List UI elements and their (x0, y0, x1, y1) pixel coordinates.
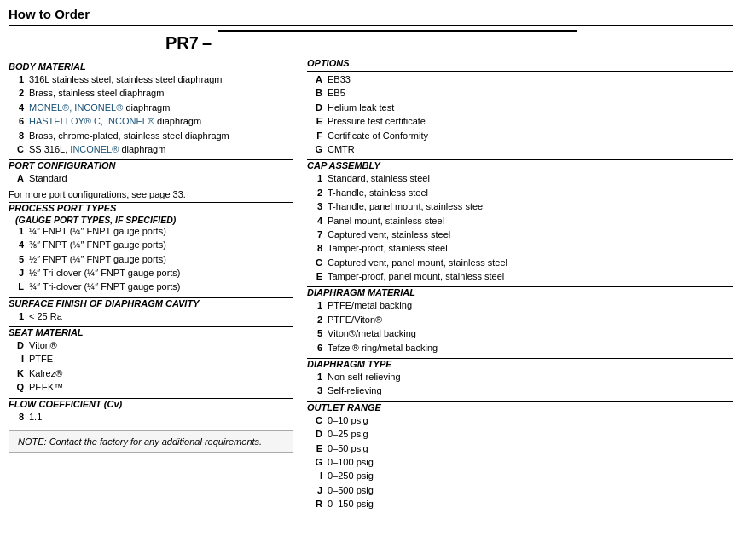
section-diaphragm-type: DIAPHRAGM TYPE 1Non-self-relieving 3Self… (307, 358, 733, 398)
port-configuration-label: PORT CONFIGURATION (9, 159, 293, 170)
section-surface-finish: SURFACE FINISH OF DIAPHRAGM CAVITY 1< 25… (9, 297, 293, 323)
options-list: AEB33 BEB5 DHelium leak test EPressure t… (307, 73, 733, 156)
section-seat-material: SEAT MATERIAL DViton® IPTFE KKalrez® QPE… (9, 326, 293, 395)
outlet-range-list: C0–10 psig D0–25 psig E0–50 psig G0–100 … (307, 414, 733, 511)
process-port-list: 1¼″ FNPT (¼″ FNPT gauge ports) 4⅜″ FNPT … (9, 225, 293, 294)
list-item: 81.1 (9, 411, 293, 424)
list-item: 1316L stainless steel, stainless steel d… (9, 73, 293, 86)
list-item: 8Tamper-proof, stainless steel (307, 242, 733, 255)
list-item: QPEEK™ (9, 381, 293, 394)
list-item: 1PTFE/metal backing (307, 299, 733, 312)
cap-assembly-label: CAP ASSEMBLY (307, 159, 733, 170)
section-port-configuration: PORT CONFIGURATION AStandard For more po… (9, 159, 293, 199)
seat-material-list: DViton® IPTFE KKalrez® QPEEK™ (9, 339, 293, 395)
list-item: 4MONEL®, INCONEL® diaphragm (9, 101, 293, 114)
list-item: 3Self-relieving (307, 384, 733, 397)
list-item: I0–250 psig (307, 470, 733, 482)
left-column: BODY MATERIAL 1316L stainless steel, sta… (9, 58, 299, 515)
list-item: 4Panel mount, stainless steel (307, 215, 733, 228)
surface-finish-label: SURFACE FINISH OF DIAPHRAGM CAVITY (9, 297, 293, 309)
list-item: 6HASTELLOY® C, INCONEL® diaphragm (9, 115, 293, 128)
diaphragm-type-list: 1Non-self-relieving 3Self-relieving (307, 371, 733, 398)
diaphragm-type-label: DIAPHRAGM TYPE (307, 358, 733, 369)
list-item: 8Brass, chrome-plated, stainless steel d… (9, 130, 293, 142)
list-item: D0–25 psig (307, 428, 733, 441)
list-item: DHelium leak test (307, 101, 733, 114)
page-title: How to Order (9, 7, 733, 26)
section-cap-assembly: CAP ASSEMBLY 1Standard, stainless steel … (307, 159, 733, 283)
model-dash: – (199, 33, 215, 53)
process-port-sublabel: (GAUGE PORT TYPES, IF SPECIFIED) (9, 215, 293, 225)
note-box: NOTE: Contact the factory for any additi… (9, 430, 293, 453)
list-item: 5Viton®/metal backing (307, 327, 733, 340)
list-item: 1¼″ FNPT (¼″ FNPT gauge ports) (9, 225, 293, 238)
list-item: 1Non-self-relieving (307, 371, 733, 384)
surface-finish-list: 1< 25 Ra (9, 310, 293, 323)
list-item: ETamper-proof, panel mount, stainless st… (307, 270, 733, 283)
port-config-list: AStandard (9, 172, 293, 185)
list-item: KKalrez® (9, 367, 293, 380)
list-item: FCertificate of Conformity (307, 130, 733, 142)
list-item: EPressure test certificate (307, 115, 733, 128)
diaphragm-material-label: DIAPHRAGM MATERIAL (307, 286, 733, 297)
outlet-range-label: OUTLET RANGE (307, 401, 733, 413)
model-line (218, 30, 577, 32)
list-item: 5½″ FNPT (¼″ FNPT gauge ports) (9, 253, 293, 266)
section-body-material: BODY MATERIAL 1316L stainless steel, sta… (9, 61, 293, 156)
list-item: BEB5 (307, 87, 733, 100)
body-material-label: BODY MATERIAL (9, 61, 293, 72)
list-item: 4⅜″ FNPT (¼″ FNPT gauge ports) (9, 239, 293, 251)
list-item: 2Brass, stainless steel diaphragm (9, 87, 293, 100)
cap-assembly-list: 1Standard, stainless steel 2T-handle, st… (307, 172, 733, 283)
list-item: J½″ Tri-clover (¼″ FNPT gauge ports) (9, 267, 293, 280)
list-item: 6Tefzel® ring/metal backing (307, 342, 733, 355)
list-item: IPTFE (9, 353, 293, 366)
list-item: E0–50 psig (307, 442, 733, 455)
list-item: 2PTFE/Viton® (307, 314, 733, 326)
process-port-types-label: PROCESS PORT TYPES (9, 202, 293, 213)
list-item: DViton® (9, 339, 293, 352)
list-item: AStandard (9, 172, 293, 185)
section-diaphragm-material: DIAPHRAGM MATERIAL 1PTFE/metal backing 2… (307, 286, 733, 355)
note-text: NOTE: Contact the factory for any additi… (18, 436, 262, 447)
section-flow-coefficient: FLOW COEFFICIENT (Cv) 81.1 (9, 398, 293, 424)
list-item: 2T-handle, stainless steel (307, 187, 733, 199)
list-item: J0–500 psig (307, 484, 733, 497)
flow-coefficient-label: FLOW COEFFICIENT (Cv) (9, 398, 293, 409)
list-item: L¾″ Tri-clover (¼″ FNPT gauge ports) (9, 280, 293, 293)
section-outlet-range: OUTLET RANGE C0–10 psig D0–25 psig E0–50… (307, 401, 733, 511)
list-item: 7Captured vent, stainless steel (307, 228, 733, 241)
port-config-note: For more port configurations, see page 3… (9, 189, 293, 199)
list-item: R0–150 psig (307, 498, 733, 511)
body-material-list: 1316L stainless steel, stainless steel d… (9, 73, 293, 156)
diaphragm-material-list: 1PTFE/metal backing 2PTFE/Viton® 5Viton®… (307, 299, 733, 355)
list-item: 3T-handle, panel mount, stainless steel (307, 200, 733, 213)
list-item: 1Standard, stainless steel (307, 172, 733, 185)
options-label: OPTIONS (307, 58, 733, 68)
section-options: OPTIONS AEB33 BEB5 DHelium leak test EPr… (307, 58, 733, 156)
list-item: 1< 25 Ra (9, 310, 293, 323)
right-column: OPTIONS AEB33 BEB5 DHelium leak test EPr… (299, 58, 733, 515)
list-item: GCMTR (307, 143, 733, 156)
list-item: G0–100 psig (307, 456, 733, 469)
list-item: CCaptured vent, panel mount, stainless s… (307, 257, 733, 269)
list-item: AEB33 (307, 73, 733, 86)
seat-material-label: SEAT MATERIAL (9, 326, 293, 338)
section-process-port-types: PROCESS PORT TYPES (GAUGE PORT TYPES, IF… (9, 202, 293, 294)
list-item: CSS 316L, INCONEL® diaphragm (9, 143, 293, 156)
model-number: PR7 (165, 33, 199, 53)
flow-coefficient-list: 81.1 (9, 411, 293, 424)
list-item: C0–10 psig (307, 414, 733, 427)
